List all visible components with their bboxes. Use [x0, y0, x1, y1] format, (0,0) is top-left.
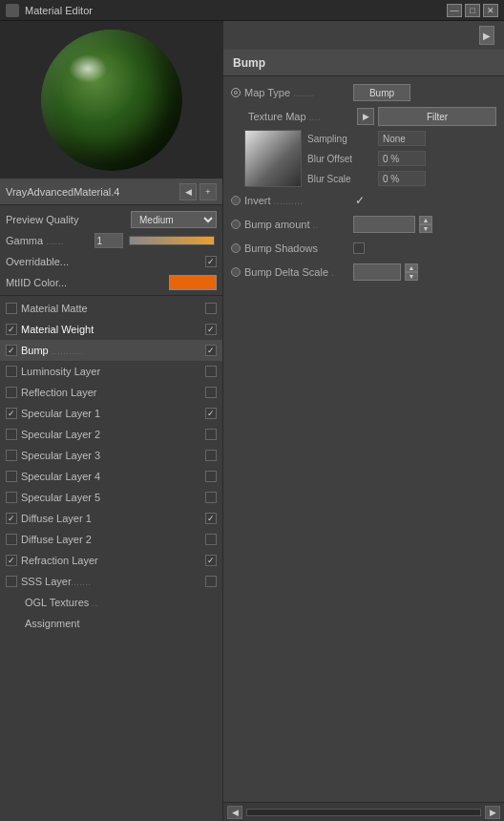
specular2-checkbox[interactable] — [6, 429, 17, 440]
refraction-enable — [205, 555, 217, 566]
diffuse1-label: Diffuse Layer 1 — [21, 513, 201, 524]
specular4-label: Specular Layer 4 — [21, 471, 201, 482]
diffuse-layer-2-row: Diffuse Layer 2 — [0, 529, 222, 550]
material-weight-checkbox[interactable] — [6, 324, 17, 335]
bump-delta-radio[interactable] — [231, 267, 241, 277]
specular-layer-2-row: Specular Layer 2 — [0, 424, 222, 445]
scroll-left-button[interactable]: ◀ — [227, 806, 242, 819]
specular1-label: Specular Layer 1 — [21, 408, 201, 419]
map-type-value[interactable]: Bump — [353, 84, 410, 101]
blur-offset-value: 0 % — [378, 151, 426, 166]
material-add-button[interactable]: + — [200, 183, 217, 200]
texture-map-play-button[interactable]: ▶ — [357, 108, 374, 125]
delta-spin-up-button[interactable]: ▲ — [405, 263, 418, 272]
preview-quality-select[interactable]: Medium Low High — [131, 211, 217, 228]
material-matte-checkbox[interactable] — [6, 303, 17, 314]
bump-amount-label: Bump amount .. — [244, 219, 349, 230]
luminosity-enable — [205, 366, 217, 377]
bump-delta-scale-row: Bump Delta Scale . 0.65 ▲ ▼ — [231, 262, 496, 283]
properties-list: Preview Quality Medium Low High Gamma ..… — [0, 205, 222, 821]
map-type-label: Map Type ....... — [244, 87, 349, 98]
specular3-enable — [205, 450, 217, 461]
separator-1 — [0, 295, 222, 296]
bump-section-title: Bump — [233, 56, 265, 70]
bump-row: Bump ........... — [0, 340, 222, 361]
gamma-slider[interactable] — [129, 236, 216, 245]
mtlid-color-label: MtIID Color... — [6, 277, 165, 288]
texture-map-header-row: Texture Map .... ▶ Filter — [231, 106, 496, 127]
bump-delta-input[interactable]: 0.65 — [353, 263, 401, 281]
blur-scale-label: Blur Scale — [307, 174, 374, 184]
sampling-label: Sampling — [307, 134, 374, 144]
invert-radio[interactable] — [231, 196, 241, 205]
bump-shadows-checkbox[interactable] — [353, 242, 365, 254]
bump-checkbox[interactable] — [6, 345, 17, 356]
preview-area — [0, 21, 222, 179]
material-weight-enable — [205, 324, 217, 335]
specular2-label: Specular Layer 2 — [21, 429, 201, 440]
collapse-arrow-button[interactable]: ▶ — [479, 26, 494, 45]
specular-layer-5-row: Specular Layer 5 — [0, 487, 222, 508]
refraction-checkbox[interactable] — [6, 555, 17, 566]
filter-button[interactable]: Filter — [378, 107, 496, 126]
gamma-row: Gamma ...... — [0, 230, 222, 251]
gamma-input[interactable] — [94, 233, 123, 248]
overridable-label: Overridable... — [6, 256, 201, 267]
specular-layer-3-row: Specular Layer 3 — [0, 445, 222, 466]
assignment-label: Assignment — [25, 618, 217, 629]
minimize-button[interactable]: — — [447, 4, 462, 17]
diffuse2-label: Diffuse Layer 2 — [21, 534, 201, 545]
sss-checkbox[interactable] — [6, 576, 17, 587]
texture-detail-row: Sampling None Blur Offset 0 % Blur Scale… — [231, 130, 496, 187]
sampling-value: None — [378, 131, 426, 146]
scroll-track[interactable] — [246, 809, 481, 816]
sampling-row: Sampling None — [307, 130, 496, 147]
material-matte-row: Material Matte — [0, 298, 222, 319]
specular1-checkbox[interactable] — [6, 408, 17, 419]
texture-properties: Sampling None Blur Offset 0 % Blur Scale… — [307, 130, 496, 187]
texture-thumbnail — [244, 130, 302, 187]
blur-offset-row: Blur Offset 0 % — [307, 150, 496, 167]
reflection-label: Reflection Layer — [21, 387, 201, 398]
blur-offset-label: Blur Offset — [307, 154, 374, 164]
luminosity-label: Luminosity Layer — [21, 366, 201, 377]
bump-amount-spinner[interactable]: ▲ ▼ — [419, 216, 432, 233]
refraction-label: Refraction Layer — [21, 555, 201, 566]
blur-scale-value: 0 % — [378, 171, 426, 186]
mtlid-color-row: MtIID Color... — [0, 272, 222, 293]
close-button[interactable]: ✕ — [483, 4, 498, 17]
diffuse1-checkbox[interactable] — [6, 513, 17, 524]
spin-down-button[interactable]: ▼ — [419, 224, 432, 233]
map-type-dots: ....... — [293, 87, 313, 98]
window-controls: — □ ✕ — [447, 4, 498, 17]
assignment-row: Assignment — [0, 613, 222, 634]
specular4-checkbox[interactable] — [6, 471, 17, 482]
specular5-label: Specular Layer 5 — [21, 492, 201, 503]
delta-spin-down-button[interactable]: ▼ — [405, 272, 418, 281]
preview-quality-label: Preview Quality — [6, 214, 127, 225]
reflection-checkbox[interactable] — [6, 387, 17, 398]
bump-amount-input[interactable]: 0.44 cm — [353, 216, 415, 233]
spin-up-button[interactable]: ▲ — [419, 216, 432, 224]
bump-amount-row: Bump amount .. 0.44 cm ▲ ▼ — [231, 214, 496, 235]
specular3-checkbox[interactable] — [6, 450, 17, 461]
diffuse2-checkbox[interactable] — [6, 534, 17, 545]
specular5-checkbox[interactable] — [6, 492, 17, 503]
material-options-button[interactable]: ◀ — [179, 183, 197, 200]
overridable-checkbox[interactable] — [205, 256, 217, 267]
bump-amount-radio[interactable] — [231, 220, 241, 229]
bump-shadows-radio[interactable] — [231, 243, 241, 253]
bump-section-header: Bump — [223, 50, 504, 76]
map-type-row: Map Type ....... Bump — [231, 82, 496, 103]
sss-layer-row: SSS Layer....... — [0, 571, 222, 592]
maximize-button[interactable]: □ — [465, 4, 480, 17]
mtlid-color-swatch[interactable] — [169, 275, 217, 290]
specular-layer-4-row: Specular Layer 4 — [0, 466, 222, 487]
map-type-radio[interactable] — [231, 88, 241, 97]
bump-delta-spinner[interactable]: ▲ ▼ — [405, 263, 418, 281]
scroll-right-button[interactable]: ▶ — [485, 806, 500, 819]
bottom-scrollbar: ◀ ▶ — [223, 802, 504, 821]
material-name: VrayAdvancedMaterial.4 — [6, 186, 119, 198]
luminosity-checkbox[interactable] — [6, 366, 17, 377]
right-panel: ▶ Bump Map Type ....... Bump Texture Map… — [223, 21, 504, 821]
